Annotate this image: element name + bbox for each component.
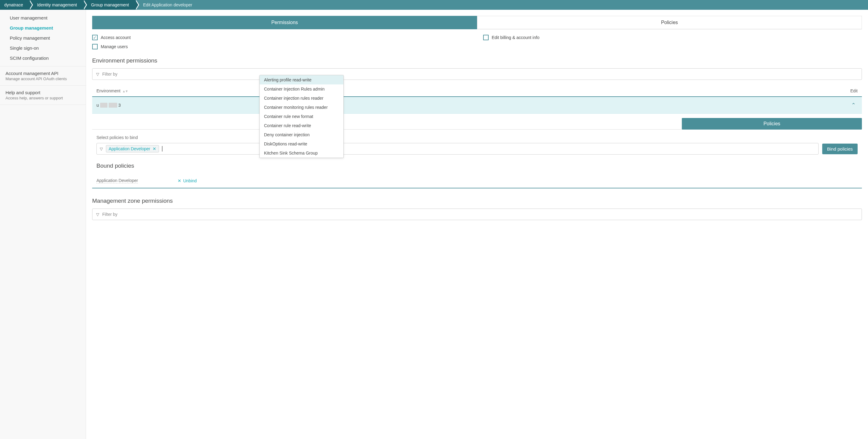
policy-select-input[interactable]: ▽ Application Developer ✕ (96, 143, 818, 155)
env-col-header[interactable]: Environment▲▼ (96, 89, 128, 93)
sort-icon: ▲▼ (122, 89, 128, 93)
policy-dropdown: Alerting profile read-write Container In… (259, 75, 344, 158)
mz-filter-input[interactable]: ▽ Filter by (92, 208, 862, 220)
section-bound-policies: Bound policies (92, 163, 862, 169)
tab-policies[interactable]: Policies (477, 16, 862, 29)
main-content: Permissions Policies ✓ Access account Ed… (86, 10, 868, 439)
checkbox-manage-users[interactable]: Manage users (92, 44, 471, 49)
checkbox-icon (483, 35, 489, 40)
dropdown-item[interactable]: Container rule read-write (260, 121, 343, 130)
subtab-policies[interactable]: Policies (682, 118, 862, 130)
checkbox-edit-billing[interactable]: Edit billing & account info (483, 35, 862, 40)
dropdown-item[interactable]: DiskOptions read-write (260, 139, 343, 148)
checkbox-icon: ✓ (92, 35, 98, 40)
sidebar-item-group-mgmt[interactable]: Group management (0, 23, 86, 33)
dropdown-item[interactable]: Kitchen Sink Schema Group (260, 148, 343, 158)
checkbox-access-account[interactable]: ✓ Access account (92, 35, 471, 40)
bound-policy-name: Application Developer (96, 178, 138, 183)
chip-remove-icon[interactable]: ✕ (153, 146, 156, 151)
sidebar: User management Group management Policy … (0, 10, 86, 439)
tabs: Permissions Policies (92, 16, 862, 29)
breadcrumb: dynatrace Identity management Group mana… (0, 0, 868, 10)
sidebar-item-scim[interactable]: SCIM configuration (0, 53, 86, 63)
filter-icon: ▽ (96, 212, 99, 217)
close-icon: ✕ (178, 178, 181, 183)
chevron-up-icon[interactable]: ⌃ (851, 102, 856, 108)
sidebar-item-user-mgmt[interactable]: User management (0, 13, 86, 23)
dropdown-item[interactable]: Alerting profile read-write (260, 75, 343, 85)
sidebar-block-account-api[interactable]: Account management API Manage account AP… (0, 66, 86, 86)
dropdown-item[interactable]: Deny container injection (260, 130, 343, 139)
text-cursor (162, 146, 162, 151)
edit-col-header: Edit (850, 89, 858, 93)
sidebar-block-help[interactable]: Help and support Access help, answers or… (0, 86, 86, 105)
bind-policies-button[interactable]: Bind policies (822, 144, 858, 154)
policy-chip: Application Developer ✕ (106, 145, 159, 153)
sidebar-item-policy-mgmt[interactable]: Policy management (0, 33, 86, 43)
sidebar-item-sso[interactable]: Single sign-on (0, 43, 86, 53)
breadcrumb-item: Edit Application developer (135, 0, 198, 10)
dropdown-item[interactable]: Container monitoring rules reader (260, 103, 343, 112)
breadcrumb-item[interactable]: Identity management (29, 0, 83, 10)
breadcrumb-item[interactable]: Group management (83, 0, 135, 10)
env-name: u 3 (96, 103, 121, 108)
section-env-perms: Environment permissions (92, 57, 862, 64)
dropdown-item[interactable]: Container Injection Rules admin (260, 85, 343, 94)
filter-icon: ▽ (96, 72, 99, 76)
dropdown-item[interactable]: Container rule new format (260, 112, 343, 121)
section-mz-perms: Management zone permissions (92, 198, 862, 204)
env-filter-input[interactable]: ▽ Filter by (92, 68, 862, 80)
dropdown-item[interactable]: Container injection rules reader (260, 94, 343, 103)
env-row[interactable]: u 3 ⌃ (92, 96, 862, 114)
filter-icon: ▽ (100, 147, 103, 151)
tab-permissions[interactable]: Permissions (92, 16, 477, 29)
breadcrumb-item[interactable]: dynatrace (0, 0, 29, 10)
unbind-link[interactable]: ✕ Unbind (178, 178, 196, 183)
checkbox-icon (92, 44, 98, 49)
select-policies-label: Select policies to bind (92, 135, 862, 140)
